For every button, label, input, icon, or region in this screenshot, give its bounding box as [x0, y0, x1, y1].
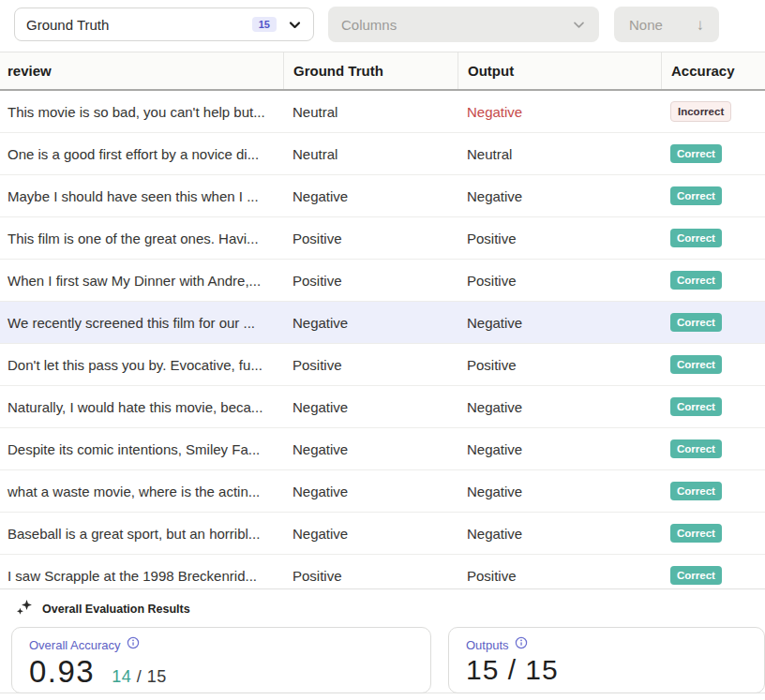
accuracy-cell: Correct — [661, 566, 765, 585]
column-header-output[interactable]: Output — [458, 52, 661, 89]
ground-truth-cell: Positive — [283, 568, 458, 584]
review-cell: Don't let this pass you by. Evocative, f… — [0, 357, 283, 373]
accuracy-cell: Incorrect — [661, 101, 765, 122]
results-cards: Overall Accuracy 0.93 14 / 15 Outputs 15… — [0, 627, 765, 693]
table-row[interactable]: One is a good first effort by a novice d… — [0, 133, 765, 175]
review-cell: Maybe I should have seen this when I ... — [0, 188, 283, 204]
output-cell: Negative — [458, 188, 661, 204]
columns-select[interactable]: Columns — [328, 7, 599, 42]
accuracy-badge: Correct — [670, 186, 722, 205]
sort-none-button[interactable]: None ↓ — [614, 7, 719, 42]
column-header-ground-truth[interactable]: Ground Truth — [283, 52, 458, 89]
accuracy-cell: Correct — [661, 439, 765, 458]
accuracy-badge: Correct — [670, 271, 722, 290]
outputs-label: Outputs — [466, 638, 509, 652]
sort-none-label: None — [629, 17, 663, 33]
review-cell: We recently screened this film for our .… — [0, 315, 283, 331]
table-body: This movie is so bad, you can't help but… — [0, 91, 765, 588]
ground-truth-cell: Neutral — [283, 104, 458, 120]
overall-accuracy-label: Overall Accuracy — [29, 638, 121, 652]
table-row[interactable]: Naturally, I would hate this movie, beca… — [0, 386, 765, 428]
accuracy-cell: Correct — [661, 397, 765, 416]
review-cell: what a waste movie, where is the actin..… — [0, 484, 283, 499]
sparkles-icon — [15, 598, 34, 620]
review-cell: Despite its comic intentions, Smiley Fa.… — [0, 441, 283, 457]
accuracy-badge: Correct — [670, 313, 722, 332]
chevron-down-icon — [572, 18, 586, 32]
output-cell: Negative — [458, 315, 661, 331]
review-cell: One is a good first effort by a novice d… — [0, 146, 283, 162]
table-row[interactable]: Don't let this pass you by. Evocative, f… — [0, 344, 765, 386]
overall-accuracy-value: 0.93 — [29, 654, 95, 690]
output-cell: Positive — [458, 273, 661, 289]
accuracy-badge: Correct — [670, 439, 722, 458]
ground-truth-cell: Neutral — [283, 146, 458, 162]
accuracy-badge: Correct — [670, 566, 722, 585]
accuracy-badge: Incorrect — [670, 101, 731, 122]
output-cell: Positive — [458, 231, 661, 246]
accuracy-badge: Correct — [670, 144, 722, 163]
accuracy-badge: Correct — [670, 482, 722, 500]
column-header-accuracy[interactable]: Accuracy — [661, 52, 765, 89]
output-cell: Negative — [458, 441, 661, 457]
accuracy-cell: Correct — [661, 229, 765, 247]
review-cell: Naturally, I would hate this movie, beca… — [0, 399, 283, 415]
review-cell: This film is one of the great ones. Havi… — [0, 231, 283, 246]
info-icon[interactable] — [515, 636, 528, 653]
accuracy-cell: Correct — [661, 482, 765, 500]
ground-truth-cell: Positive — [283, 273, 458, 289]
arrow-down-icon: ↓ — [697, 17, 705, 33]
ground-truth-cell: Negative — [283, 399, 458, 415]
table-row[interactable]: Maybe I should have seen this when I ...… — [0, 175, 765, 217]
accuracy-cell: Correct — [661, 144, 765, 163]
overall-results-panel: Overall Evaluation Results Overall Accur… — [0, 588, 765, 693]
table-row[interactable]: I saw Scrapple at the 1998 Breckenrid...… — [0, 555, 765, 588]
table-row[interactable]: We recently screened this film for our .… — [0, 302, 765, 344]
table-row[interactable]: Despite its comic intentions, Smiley Fa.… — [0, 428, 765, 470]
table-row[interactable]: Baseball is a great sport, but an horrib… — [0, 513, 765, 555]
output-cell: Negative — [458, 399, 661, 415]
ground-truth-cell: Negative — [283, 526, 458, 542]
accuracy-badge: Correct — [670, 524, 722, 543]
ground-truth-cell: Negative — [283, 484, 458, 499]
review-cell: Baseball is a great sport, but an horrib… — [0, 526, 283, 542]
output-cell: Negative — [458, 484, 661, 499]
table-header-row: review Ground Truth Output Accuracy — [0, 52, 765, 91]
ground-truth-cell: Positive — [283, 231, 458, 246]
filter-toolbar: Ground Truth 15 Columns None ↓ — [0, 0, 765, 52]
accuracy-cell: Correct — [661, 271, 765, 290]
ground-truth-cell: Negative — [283, 315, 458, 331]
review-cell: This movie is so bad, you can't help but… — [0, 104, 283, 120]
accuracy-badge: Correct — [670, 355, 722, 374]
info-icon[interactable] — [127, 636, 140, 653]
column-header-review[interactable]: review — [0, 52, 283, 89]
output-cell: Negative — [458, 104, 661, 120]
accuracy-cell: Correct — [661, 186, 765, 205]
accuracy-cell: Correct — [661, 524, 765, 543]
accuracy-badge: Correct — [670, 229, 722, 247]
ground-truth-select[interactable]: Ground Truth 15 — [14, 7, 314, 41]
ground-truth-select-label: Ground Truth — [26, 17, 109, 33]
overall-results-header: Overall Evaluation Results — [0, 589, 765, 627]
ground-truth-cell: Negative — [283, 188, 458, 204]
output-cell: Positive — [458, 357, 661, 373]
overall-accuracy-card: Overall Accuracy 0.93 14 / 15 — [11, 627, 431, 693]
overall-results-title: Overall Evaluation Results — [42, 603, 190, 616]
output-cell: Negative — [458, 526, 661, 542]
table-row[interactable]: This movie is so bad, you can't help but… — [0, 91, 765, 133]
ground-truth-cell: Positive — [283, 357, 458, 373]
output-cell: Neutral — [458, 146, 661, 162]
table-row[interactable]: When I first saw My Dinner with Andre,..… — [0, 260, 765, 302]
outputs-card: Outputs 15 / 15 — [448, 627, 765, 693]
chevron-down-icon — [288, 18, 302, 32]
table-row[interactable]: This film is one of the great ones. Havi… — [0, 217, 765, 260]
review-cell: I saw Scrapple at the 1998 Breckenrid... — [0, 568, 283, 584]
accuracy-fraction: 14 / 15 — [112, 667, 167, 687]
outputs-value: 15 / 15 — [466, 654, 559, 686]
accuracy-cell: Correct — [661, 313, 765, 332]
ground-truth-cell: Negative — [283, 441, 458, 457]
accuracy-cell: Correct — [661, 355, 765, 374]
review-cell: When I first saw My Dinner with Andre,..… — [0, 273, 283, 289]
accuracy-badge: Correct — [670, 397, 722, 416]
table-row[interactable]: what a waste movie, where is the actin..… — [0, 470, 765, 513]
